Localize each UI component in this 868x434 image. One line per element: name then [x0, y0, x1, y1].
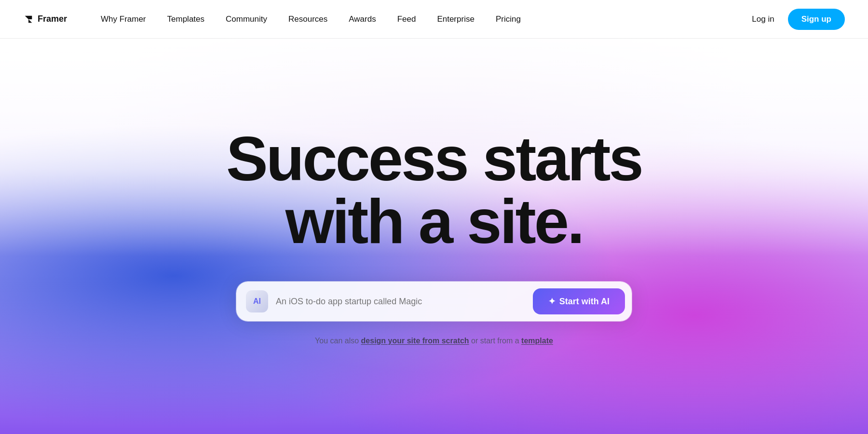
signup-button[interactable]: Sign up: [788, 9, 845, 30]
nav-item-awards[interactable]: Awards: [338, 11, 386, 28]
design-from-scratch-link[interactable]: design your site from scratch: [361, 337, 469, 345]
ai-badge-label: AI: [253, 297, 261, 306]
ai-badge: AI: [246, 290, 268, 312]
nav-links: Why Framer Templates Community Resources…: [90, 11, 746, 28]
login-link[interactable]: Log in: [746, 11, 780, 28]
framer-icon: [23, 14, 34, 25]
nav-item-feed[interactable]: Feed: [387, 11, 427, 28]
start-button-label: Start with AI: [559, 297, 610, 307]
start-with-ai-button[interactable]: ✦ Start with AI: [533, 288, 625, 314]
hero-title-line2: with a site.: [285, 186, 583, 257]
nav-item-enterprise[interactable]: Enterprise: [426, 11, 485, 28]
hero-section: Success starts with a site. AI ✦ Start w…: [0, 39, 868, 434]
nav-item-pricing[interactable]: Pricing: [485, 11, 531, 28]
nav-item-templates[interactable]: Templates: [157, 11, 215, 28]
brand-logo[interactable]: Framer: [23, 14, 67, 25]
nav-right: Log in Sign up: [746, 9, 845, 30]
navbar: Framer Why Framer Templates Community Re…: [0, 0, 868, 39]
hero-title: Success starts with a site.: [226, 127, 642, 253]
ai-input-bar: AI ✦ Start with AI: [236, 282, 632, 321]
hero-content: Success starts with a site. AI ✦ Start w…: [207, 127, 661, 345]
brand-name: Framer: [38, 14, 67, 24]
sparkle-icon: ✦: [548, 296, 556, 307]
nav-item-why-framer[interactable]: Why Framer: [90, 11, 157, 28]
hero-subtext: You can also design your site from scrat…: [315, 337, 553, 345]
sub-text-mid: or start from a: [469, 337, 521, 345]
nav-item-resources[interactable]: Resources: [278, 11, 338, 28]
hero-title-line1: Success starts: [226, 123, 642, 194]
ai-prompt-input[interactable]: [276, 297, 525, 307]
nav-item-community[interactable]: Community: [215, 11, 278, 28]
template-link[interactable]: template: [521, 337, 553, 345]
sub-text-prefix: You can also: [315, 337, 361, 345]
